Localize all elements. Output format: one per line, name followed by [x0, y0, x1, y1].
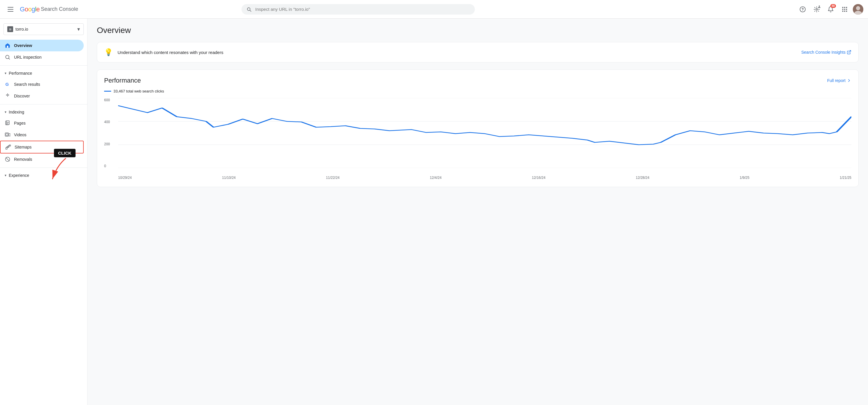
svg-rect-12: [846, 10, 847, 12]
page-title: Overview: [97, 26, 859, 35]
svg-point-1: [802, 10, 803, 11]
card-title: Performance: [104, 77, 141, 84]
url-inspection-icon: [5, 54, 10, 60]
home-icon: [5, 42, 10, 49]
svg-point-2: [816, 8, 817, 10]
sidebar-item-videos[interactable]: Videos: [0, 129, 84, 141]
notification-count: 88: [830, 4, 836, 8]
header-left: Google Search Console: [5, 3, 78, 15]
property-name: torro.io: [16, 27, 75, 31]
svg-rect-6: [846, 7, 847, 8]
sidebar-section-performance[interactable]: ▾ Performance: [0, 68, 87, 79]
insights-link[interactable]: Search Console Insights: [801, 50, 851, 55]
notifications-button[interactable]: 88: [825, 3, 837, 15]
header-right: 88: [797, 3, 863, 15]
sidebar-section-indexing-label: Indexing: [9, 110, 24, 114]
x-label-6: 12/28/24: [636, 176, 650, 180]
insights-banner-text: Understand which content resonates with …: [118, 50, 797, 55]
sidebar-item-videos-label: Videos: [14, 133, 27, 137]
pages-icon: [5, 120, 10, 126]
full-report-link[interactable]: Full report: [827, 78, 851, 83]
legend-text: 33,467 total web search clicks: [114, 89, 164, 93]
svg-rect-7: [842, 9, 843, 10]
chart-x-axis: 10/29/24 11/10/24 11/22/24 12/4/24 12/16…: [118, 173, 851, 180]
sidebar-item-discover[interactable]: Discover: [0, 90, 84, 102]
sidebar-section-performance-label: Performance: [9, 71, 32, 76]
svg-rect-8: [844, 9, 845, 10]
insights-link-label: Search Console Insights: [801, 50, 845, 55]
svg-rect-9: [846, 9, 847, 10]
svg-rect-24: [6, 148, 7, 149]
search-input[interactable]: [255, 7, 470, 12]
sitemaps-icon: [5, 144, 11, 150]
card-header: Performance Full report: [104, 77, 851, 84]
svg-rect-4: [842, 7, 843, 8]
sidebar-item-overview-label: Overview: [14, 43, 32, 48]
performance-chart: [118, 98, 851, 168]
svg-rect-5: [844, 7, 845, 8]
avatar[interactable]: [853, 4, 863, 15]
svg-rect-23: [6, 134, 8, 136]
sidebar-section-indexing[interactable]: ▾ Indexing: [0, 107, 87, 117]
svg-rect-11: [844, 10, 845, 12]
chart-container: 600 400 200 0: [104, 98, 851, 180]
videos-icon: [5, 132, 10, 138]
performance-card: Performance Full report 33,467 total web…: [97, 69, 859, 187]
full-report-label: Full report: [827, 78, 845, 83]
x-label-3: 11/22/24: [326, 176, 340, 180]
chart-y-axis: 600 400 200 0: [104, 98, 116, 168]
grid-icon: [841, 6, 848, 12]
url-search-bar[interactable]: [242, 4, 475, 15]
removals-icon: [5, 156, 10, 162]
main-content: Overview 💡 Understand which content reso…: [88, 19, 868, 405]
sidebar-item-search-results-label: Search results: [14, 82, 40, 87]
sidebar-item-overview[interactable]: Overview: [0, 40, 84, 51]
x-label-4: 12/4/24: [430, 176, 442, 180]
discover-icon: [5, 93, 10, 99]
help-button[interactable]: [797, 3, 808, 15]
y-label-0: 0: [104, 164, 116, 168]
settings-button[interactable]: [811, 3, 823, 15]
bulb-icon: 💡: [104, 48, 113, 56]
logo: Google Search Console: [20, 5, 78, 13]
sidebar-item-sitemaps[interactable]: Sitemaps: [0, 141, 84, 153]
main-layout: ⊞ torro.io ▾ Overview URL inspection: [0, 19, 868, 405]
sidebar-section-experience-label: Experience: [9, 173, 29, 178]
legend-line: [104, 91, 111, 92]
sidebar-section-experience[interactable]: ▾ Experience: [0, 170, 87, 181]
sidebar-item-search-results[interactable]: G Search results: [0, 79, 84, 90]
svg-rect-10: [842, 10, 843, 12]
sidebar-item-url-inspection[interactable]: URL inspection: [0, 51, 84, 63]
svg-rect-22: [5, 133, 9, 136]
chevron-right-icon: [847, 78, 851, 83]
svg-point-19: [7, 96, 8, 96]
sidebar-item-removals[interactable]: Removals: [0, 153, 84, 165]
search-icon: [246, 6, 252, 12]
svg-rect-16: [7, 46, 8, 48]
svg-point-14: [856, 6, 860, 10]
settings-person-icon: [818, 5, 821, 8]
sidebar: ⊞ torro.io ▾ Overview URL inspection: [0, 19, 88, 405]
hamburger-menu-button[interactable]: [5, 3, 16, 15]
y-label-600: 600: [104, 98, 116, 102]
sidebar-item-removals-label: Removals: [14, 157, 32, 162]
x-label-5: 12/16/24: [532, 176, 546, 180]
google-g-icon: G: [5, 81, 10, 87]
sidebar-item-sitemaps-label: Sitemaps: [14, 145, 31, 149]
svg-text:G: G: [5, 82, 9, 87]
x-label-2: 11/10/24: [222, 176, 236, 180]
sidebar-item-url-inspection-label: URL inspection: [14, 55, 41, 60]
apps-button[interactable]: [839, 3, 850, 15]
external-link-icon: [847, 50, 851, 55]
x-label-7: 1/9/25: [740, 176, 749, 180]
property-selector[interactable]: ⊞ torro.io ▾: [3, 23, 84, 35]
divider-2: [0, 104, 87, 105]
y-label-200: 200: [104, 142, 116, 146]
svg-rect-21: [6, 121, 9, 124]
divider-3: [0, 168, 87, 168]
sidebar-item-pages[interactable]: Pages: [0, 117, 84, 129]
chart-legend: 33,467 total web search clicks: [104, 89, 851, 93]
x-label-1: 10/29/24: [118, 176, 132, 180]
x-label-8: 1/21/25: [840, 176, 851, 180]
sidebar-item-pages-label: Pages: [14, 121, 26, 125]
